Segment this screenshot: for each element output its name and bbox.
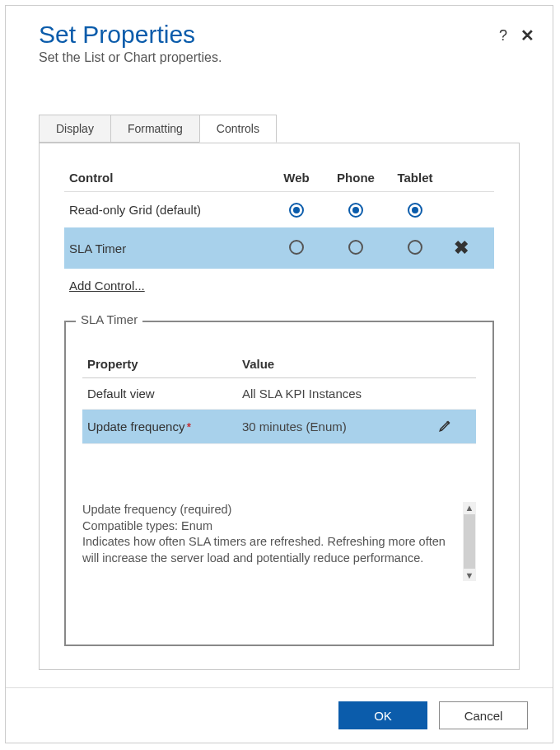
col-property: Property bbox=[87, 357, 242, 371]
radio-web[interactable] bbox=[289, 240, 304, 255]
close-icon[interactable]: ✕ bbox=[520, 26, 534, 45]
dialog-title: Set Properties bbox=[39, 21, 520, 49]
col-value: Value bbox=[242, 357, 438, 371]
tab-controls[interactable]: Controls bbox=[199, 115, 277, 143]
scroll-thumb[interactable] bbox=[464, 514, 475, 569]
desc-line: Compatible types: Enum bbox=[82, 518, 456, 535]
dialog-content: Display Formatting Controls Control Web … bbox=[6, 72, 553, 687]
radio-phone[interactable] bbox=[348, 203, 363, 218]
help-icon[interactable]: ? bbox=[499, 27, 507, 45]
dialog-footer: OK Cancel bbox=[6, 687, 553, 743]
controls-table-header: Control Web Phone Tablet bbox=[64, 164, 494, 192]
property-name: Default view bbox=[87, 387, 242, 401]
property-name: Update frequency* bbox=[87, 420, 242, 434]
table-row[interactable]: Default view All SLA KPI Instances bbox=[82, 378, 476, 410]
chevron-up-icon[interactable]: ▲ bbox=[465, 502, 474, 513]
desc-line: Update frequency (required) bbox=[82, 502, 456, 518]
col-web: Web bbox=[267, 171, 326, 185]
radio-web[interactable] bbox=[289, 203, 304, 218]
chevron-down-icon[interactable]: ▼ bbox=[465, 570, 474, 581]
tab-formatting[interactable]: Formatting bbox=[110, 115, 200, 143]
controls-table: Control Web Phone Tablet Read-only Grid … bbox=[64, 164, 494, 269]
property-value: 30 minutes (Enum) bbox=[242, 420, 438, 434]
desc-line: Indicates how often SLA timers are refre… bbox=[82, 534, 456, 566]
control-label: Read-only Grid (default) bbox=[69, 203, 267, 217]
properties-header: Property Value bbox=[82, 350, 476, 378]
radio-tablet[interactable] bbox=[408, 240, 422, 255]
col-tablet: Tablet bbox=[385, 171, 445, 185]
required-indicator: * bbox=[186, 420, 191, 434]
radio-tablet[interactable] bbox=[408, 203, 422, 218]
add-control-link[interactable]: Add Control... bbox=[69, 279, 145, 293]
scrollbar[interactable]: ▲ ▼ bbox=[463, 502, 476, 581]
col-control: Control bbox=[69, 171, 267, 185]
radio-phone[interactable] bbox=[348, 240, 363, 255]
set-properties-dialog: Set Properties Set the List or Chart pro… bbox=[5, 5, 553, 743]
property-value: All SLA KPI Instances bbox=[242, 387, 438, 401]
properties-fieldset: SLA Timer Property Value Default view Al… bbox=[64, 321, 494, 646]
ok-button[interactable]: OK bbox=[338, 701, 427, 729]
cancel-button[interactable]: Cancel bbox=[439, 701, 528, 729]
dialog-header: Set Properties Set the List or Chart pro… bbox=[6, 6, 553, 72]
table-row[interactable]: Read-only Grid (default) bbox=[64, 192, 494, 227]
col-phone: Phone bbox=[326, 171, 385, 185]
table-row[interactable]: SLA Timer ✖ bbox=[64, 227, 494, 269]
pencil-icon[interactable] bbox=[438, 418, 453, 433]
tabstrip: Display Formatting Controls bbox=[39, 115, 520, 143]
fieldset-legend: SLA Timer bbox=[76, 312, 142, 326]
table-row[interactable]: Update frequency* 30 minutes (Enum) bbox=[82, 410, 476, 444]
property-description: Update frequency (required) Compatible t… bbox=[82, 502, 476, 566]
tab-display[interactable]: Display bbox=[39, 115, 111, 143]
dialog-subtitle: Set the List or Chart properties. bbox=[39, 50, 520, 65]
remove-control-icon[interactable]: ✖ bbox=[445, 237, 478, 259]
control-label: SLA Timer bbox=[69, 241, 267, 255]
tab-panel-controls: Control Web Phone Tablet Read-only Grid … bbox=[39, 143, 520, 670]
